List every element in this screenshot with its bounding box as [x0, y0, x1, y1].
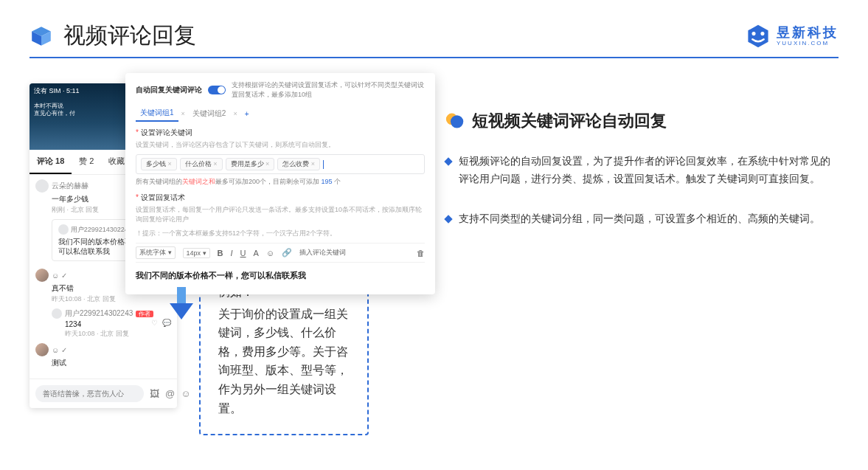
panel-head-desc: 支持根据评论的关键词设置回复话术，可以针对不同类型关键词设置回复话术，最多添加1… — [232, 80, 425, 100]
comment-meta: 昨天10:08 · 北京 回复 — [52, 295, 116, 303]
arrow-indicator — [167, 287, 196, 321]
comment-user: 云朵的赫赫 — [52, 182, 88, 190]
svg-marker-3 — [748, 24, 768, 47]
tab-comments[interactable]: 评论 18 — [29, 150, 72, 174]
comment-item: 用户2299214302243作者 ♡ 💬 1234 昨天10:08 · 北京 … — [52, 308, 171, 339]
link-button[interactable]: 🔗 — [282, 248, 292, 258]
text-cursor — [323, 160, 324, 169]
settings-panel: 自动回复关键词评论 支持根据评论的关键词设置回复话术，可以针对不同类型关键词设置… — [125, 73, 435, 294]
fontsize-select[interactable]: 14px ▾ — [183, 248, 210, 258]
comment-user: ☺ ✓ — [52, 272, 67, 280]
emoji-icon[interactable]: ☺ — [181, 388, 190, 399]
keyword-chip[interactable]: 怎么收费 — [277, 158, 320, 170]
chat-bubble-icon — [445, 111, 465, 131]
tab-likes[interactable]: 赞 2 — [72, 150, 101, 174]
avatar — [52, 308, 62, 319]
comment-input[interactable] — [35, 385, 144, 402]
font-select[interactable]: 系统字体 ▾ — [136, 246, 176, 259]
logo-text-en: YUUXIN.COM — [777, 41, 839, 46]
keyword-hint: 所有关键词组的关键词之和最多可添加200个，目前剩余可添加 195 个 — [136, 177, 425, 187]
keyword-chip[interactable]: 费用是多少 — [226, 158, 275, 170]
svg-point-5 — [760, 32, 764, 35]
bold-button[interactable]: B — [218, 249, 223, 258]
image-icon[interactable]: 🖼 — [150, 388, 159, 399]
bullet-item: 支持不同类型的关键词分组，同一类问题，可设置多个相近的、高频的关键词。 — [445, 210, 839, 228]
emoji-button[interactable]: ☺ — [266, 249, 274, 258]
add-keyword-group-button[interactable]: + — [240, 108, 254, 120]
bullet-text: 支持不同类型的关键词分组，同一类问题，可设置多个相近的、高频的关键词。 — [459, 210, 820, 228]
infobox-body: 关于询价的设置成一组关键词，多少钱、什么价格，费用多少等。关于咨询班型、版本、型… — [218, 305, 350, 418]
comment-meta: 昨天10:08 · 北京 回复 — [65, 330, 129, 337]
comment-meta: 刚刚 · 北京 回复 — [52, 206, 99, 213]
avatar — [58, 224, 69, 235]
comment-item: ☺ ✓ 测试 — [35, 343, 171, 368]
keyword-input-box[interactable]: 多少钱 什么价格 费用是多少 怎么收费 — [136, 154, 425, 174]
logo-text-cn: 昱新科技 — [777, 26, 839, 39]
italic-button[interactable]: I — [231, 249, 233, 258]
bullet-item: 短视频评论的自动回复设置，为了提升作者的评论回复效率，在系统中针对常见的评论用户… — [445, 153, 839, 188]
author-badge: 作者 — [136, 311, 153, 317]
reply-editor[interactable]: 我们不同的版本价格不一样，您可以私信联系我 — [136, 267, 425, 284]
comment-user: ☺ ✓ — [52, 346, 67, 354]
comment-text: 测试 — [52, 358, 171, 368]
section-subhead: 短视频关键词评论自动回复 — [472, 110, 667, 132]
keyword-group-tab-2[interactable]: 关键词组2 — [188, 106, 231, 121]
comment-user: 用户2299214302243 — [65, 309, 133, 317]
editor-toolbar: 系统字体 ▾ 14px ▾ B I U A ☺ 🔗 插入评论关键词 🗑 — [136, 243, 425, 263]
section-tip-reply: ！提示：一个富文本框最多支持512个字符，一个汉字占用2个字符。 — [136, 229, 425, 238]
header-divider — [29, 57, 839, 58]
textcolor-button[interactable]: A — [254, 249, 259, 258]
svg-rect-6 — [177, 287, 186, 303]
panel-head-label: 自动回复关键词评论 — [136, 85, 202, 95]
diamond-icon — [444, 215, 452, 223]
bullet-text: 短视频评论的自动回复设置，为了提升作者的评论回复效率，在系统中针对常见的评论用户… — [459, 153, 839, 188]
avatar — [35, 179, 49, 193]
section-label-keywords: 设置评论关键词 — [136, 128, 425, 138]
auto-reply-toggle[interactable] — [208, 86, 226, 94]
cube-icon — [29, 24, 53, 48]
section-label-reply: 设置回复话术 — [136, 193, 425, 203]
diamond-icon — [444, 157, 452, 165]
svg-marker-7 — [170, 303, 193, 319]
insert-keyword-button[interactable]: 插入评论关键词 — [299, 248, 346, 258]
section-desc-keywords: 设置关键词，当评论区内容包含了以下关键词，则系统可自动回复。 — [136, 140, 425, 150]
delete-button[interactable]: 🗑 — [417, 249, 425, 258]
phone-status-bar: 没有 SIM · 5:11 — [34, 86, 80, 96]
page-title: 视频评论回复 — [63, 21, 196, 51]
avatar — [35, 343, 49, 356]
underline-button[interactable]: U — [240, 249, 246, 258]
at-icon[interactable]: @ — [165, 388, 175, 399]
section-desc-reply: 设置回复话术，每回复一个用户评论只发送一条话术。最多支持设置10条不同话术，按添… — [136, 205, 425, 224]
reply-user: 用户2299214302243 — [71, 226, 132, 233]
tab-close-icon[interactable]: × — [181, 110, 185, 117]
svg-point-9 — [451, 115, 463, 128]
tab-close-icon[interactable]: × — [233, 110, 237, 117]
video-caption: 本时不再说直见心有佳，付 — [34, 103, 75, 118]
svg-point-4 — [752, 32, 756, 35]
avatar — [35, 269, 49, 282]
logo-hex-icon — [746, 24, 771, 49]
keyword-chip[interactable]: 多少钱 — [141, 158, 177, 170]
keyword-chip[interactable]: 什么价格 — [180, 158, 223, 170]
brand-logo: 昱新科技 YUUXIN.COM — [746, 24, 839, 49]
keyword-group-tab-1[interactable]: 关键词组1 — [136, 106, 178, 122]
